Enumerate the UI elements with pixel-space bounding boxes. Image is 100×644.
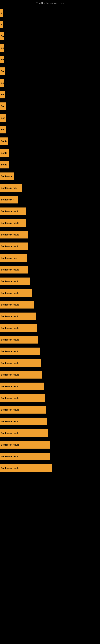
bar-4: Bo (0, 56, 4, 64)
bar-row: Bo (0, 78, 100, 88)
bar-row: Bottleneck result (0, 463, 100, 473)
bar-34: Bottleneck result (0, 406, 46, 414)
bar-label-14: Bottleneck (1, 175, 12, 178)
bar-21: Bottleneck resu (0, 254, 27, 262)
bar-row: Bottleneck result (0, 218, 100, 228)
bar-label-4: Bo (1, 58, 4, 61)
bar-label-18: Bottleneck result (1, 222, 19, 224)
bar-20: Bottleneck result (0, 242, 28, 250)
bar-row: Bottle (0, 136, 100, 146)
bar-label-25: Bottleneck result (1, 304, 19, 306)
bar-12: Bottle (0, 149, 9, 157)
bar-31: Bottleneck result (0, 371, 42, 378)
bar-label-33: Bottleneck result (1, 397, 19, 399)
bar-11: Bottle (0, 138, 8, 145)
bar-label-31: Bottleneck result (1, 374, 19, 376)
bar-row: Bottleneck result (0, 230, 100, 240)
bars-container: BBBoBoBoBotBoBoBotBottBottBottleBottleBo… (0, 6, 100, 476)
bar-row: Bottleneck result (0, 241, 100, 252)
bar-1: B (0, 21, 3, 28)
bar-row: Bottleneck result (0, 264, 100, 275)
bar-35: Bottleneck result (0, 418, 47, 425)
bar-row: Bottleneck result (0, 404, 100, 415)
bar-label-16: Bottleneck r (1, 198, 14, 201)
bar-row: Bottleneck result (0, 323, 100, 333)
bar-row: Bo (0, 31, 100, 42)
bar-label-28: Bottleneck result (1, 338, 19, 341)
bar-18: Bottleneck result (0, 219, 26, 227)
bar-0: B (0, 9, 3, 17)
bar-5: Bot (0, 68, 5, 75)
bar-9: Bott (0, 114, 6, 122)
bar-22: Bottleneck result (0, 266, 28, 274)
bar-2: Bo (0, 32, 4, 40)
bar-row: B (0, 19, 100, 30)
bar-row: Bottleneck result (0, 440, 100, 450)
bar-row: Bottleneck result (0, 300, 100, 310)
bar-label-36: Bottleneck result (1, 432, 19, 434)
bar-28: Bottleneck result (0, 336, 38, 344)
site-title: TheBottlenecker.com (0, 0, 100, 6)
bar-label-37: Bottleneck result (1, 444, 19, 446)
bar-label-34: Bottleneck result (1, 408, 19, 411)
bar-row: Bottleneck result (0, 288, 100, 298)
bar-row: Bo (0, 54, 100, 65)
bar-label-15: Bottleneck resu (1, 187, 17, 189)
bar-label-20: Bottleneck result (1, 245, 19, 248)
bar-38: Bottleneck result (0, 452, 50, 460)
bar-row: Bottleneck resu (0, 183, 100, 193)
bar-row: Bot (0, 101, 100, 112)
bar-label-9: Bott (1, 117, 5, 119)
bar-37: Bottleneck result (0, 441, 50, 448)
bar-row: Bottleneck result (0, 370, 100, 380)
bar-label-21: Bottleneck resu (1, 257, 17, 259)
bar-33: Bottleneck result (0, 394, 45, 402)
bar-row: Bottleneck result (0, 393, 100, 403)
bar-25: Bottleneck result (0, 301, 34, 308)
bar-7: Bo (0, 91, 5, 98)
bar-label-3: Bo (1, 47, 4, 49)
bar-label-1: B (1, 23, 2, 26)
bar-label-11: Bottle (1, 140, 7, 142)
bar-label-22: Bottleneck result (1, 268, 19, 271)
bar-17: Bottleneck result (0, 208, 26, 215)
bar-label-30: Bottleneck result (1, 362, 19, 364)
bar-label-26: Bottleneck result (1, 315, 19, 318)
bar-16: Bottleneck r (0, 196, 18, 204)
bar-label-13: Bottle (1, 164, 7, 166)
bar-8: Bot (0, 102, 6, 110)
bar-6: Bo (0, 79, 4, 87)
bar-19: Bottleneck result (0, 231, 28, 238)
bar-13: Bottle (0, 161, 9, 168)
bar-row: Bottleneck result (0, 206, 100, 216)
bar-row: Bottle (0, 160, 100, 170)
bar-row: Bottleneck result (0, 358, 100, 368)
bar-row: Bottleneck result (0, 416, 100, 427)
bar-row: Bottleneck result (0, 428, 100, 438)
bar-label-8: Bot (1, 105, 4, 108)
bar-row: Bottleneck resu (0, 253, 100, 263)
bar-27: Bottleneck result (0, 324, 37, 332)
bar-label-10: Bott (1, 128, 5, 131)
bar-row: Bottleneck (0, 171, 100, 182)
bar-32: Bottleneck result (0, 382, 44, 390)
bar-30: Bottleneck result (0, 359, 41, 367)
bar-label-5: Bot (1, 70, 4, 72)
bar-row: B (0, 8, 100, 18)
bar-row: Bottleneck result (0, 334, 100, 345)
bar-label-6: Bo (1, 82, 4, 84)
bar-label-12: Bottle (1, 152, 7, 154)
bar-row: Bottleneck result (0, 311, 100, 322)
bar-label-29: Bottleneck result (1, 350, 19, 352)
bar-14: Bottleneck (0, 172, 14, 180)
bar-23: Bottleneck result (0, 278, 30, 285)
bar-row: Bottleneck result (0, 451, 100, 462)
bar-row: Bott (0, 124, 100, 135)
bar-3: Bo (0, 44, 4, 52)
bar-row: Bottleneck result (0, 381, 100, 392)
bar-row: Bottleneck result (0, 346, 100, 356)
bar-label-32: Bottleneck result (1, 385, 19, 388)
bar-label-23: Bottleneck result (1, 280, 19, 282)
bar-label-0: B (1, 12, 2, 14)
bar-36: Bottleneck result (0, 429, 49, 437)
